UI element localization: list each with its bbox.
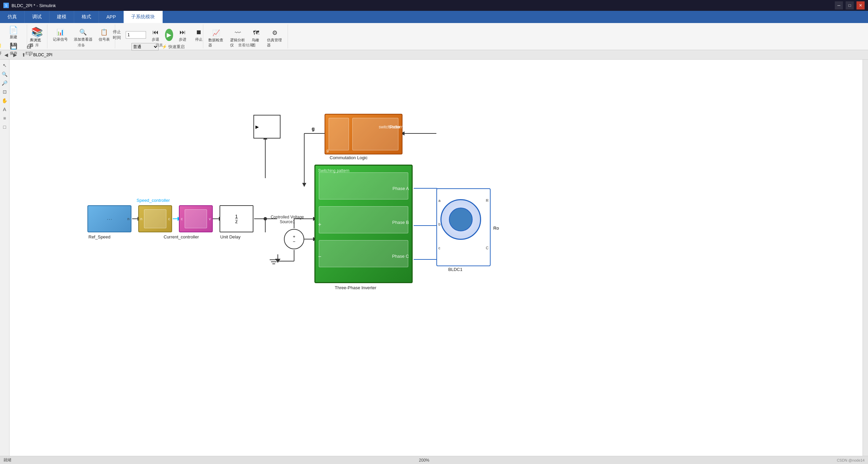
zoom-out-tool[interactable]: 🔎 xyxy=(1,79,8,87)
new-button[interactable]: 📄 新建 xyxy=(7,25,19,40)
svg-marker-16 xyxy=(302,183,306,187)
canvas-area[interactable]: Speed_controller n ··· Ref_Speed n c c v… xyxy=(9,60,863,456)
status-bar: 就绪 200% CSDN @node14 xyxy=(0,456,868,464)
status-left: 就绪 xyxy=(3,457,12,463)
ground-line-3 xyxy=(272,263,275,264)
current-controller-label: Current_controller xyxy=(164,234,199,239)
bldc-motor-symbol xyxy=(440,199,481,240)
maximize-button[interactable]: □ xyxy=(846,1,854,9)
close-button[interactable]: ✕ xyxy=(856,1,865,9)
select-tool[interactable]: ↖ xyxy=(1,62,8,69)
logic-icon: 〰 xyxy=(233,28,243,38)
sim-top-row: 停止时间 ⏮ 步退 ▶ ⏭ 步进 ⏹ 停止 xyxy=(113,26,206,43)
title-bar: S BLDC_2PI * - Simulink ─ □ ✕ xyxy=(0,0,868,11)
step-forward-icon: ⏭ xyxy=(178,27,187,37)
phase-b-label: Phase B xyxy=(392,220,409,225)
frac-numerator: 1 xyxy=(235,214,238,219)
ground-line-2 xyxy=(271,261,276,262)
curr-ctrl-in: c xyxy=(181,217,183,221)
sim-group-label: 仿真 xyxy=(115,43,203,48)
view-results-label: 查看结果 xyxy=(203,43,288,48)
menu-tab-format[interactable]: 格式 xyxy=(74,11,99,23)
step-back-icon: ⏮ xyxy=(151,27,160,37)
menu-tab-subsystem[interactable]: 子系统模块 xyxy=(124,11,163,23)
window-controls: ─ □ ✕ xyxy=(835,1,865,9)
menu-tab-model[interactable]: 建模 xyxy=(49,11,74,23)
ref-speed-dots: ··· xyxy=(107,215,112,223)
menu-tab-sim[interactable]: 仿真 xyxy=(0,11,25,23)
sim-manager-icon: ⚙ xyxy=(270,28,280,38)
menu-tab-debug[interactable]: 调试 xyxy=(25,11,49,23)
minimize-button[interactable]: ─ xyxy=(835,1,843,9)
display-block[interactable]: ▶ xyxy=(253,115,281,139)
bldc-port-a: a xyxy=(438,198,440,203)
status-right: CSDN @node14 xyxy=(837,458,865,462)
toolbar-new-row: 📄 新建 xyxy=(7,25,19,40)
curr-ctrl-inner xyxy=(185,209,207,228)
data-checker-icon: 📈 xyxy=(211,28,221,38)
fit-view-tool[interactable]: ⊡ xyxy=(1,88,8,96)
toolbar: 📄 新建 📁 打开 💾 保存 🖨 打印 文件 📚 库浏览器 库 xyxy=(0,23,868,50)
menu-tab-app[interactable]: APP xyxy=(99,11,124,23)
pan-tool[interactable]: ✋ xyxy=(1,97,8,104)
record-signal-button[interactable]: 📊 记录信号 xyxy=(50,26,70,43)
ref-speed-port-n: n xyxy=(127,217,129,221)
step-back-button[interactable]: ⏮ 步退 xyxy=(149,26,162,43)
comm-logic-label: Commutation Logic xyxy=(330,155,368,160)
right-panel xyxy=(863,60,868,456)
switching-pattern-label: Switching pattern xyxy=(318,168,349,173)
library-icon: 📚 xyxy=(31,26,43,38)
ground-symbol xyxy=(270,259,278,264)
stop-time-input[interactable] xyxy=(126,31,146,39)
sum-signs: + − xyxy=(293,234,295,244)
g-port-label: g xyxy=(312,126,315,131)
commutation-logic-block[interactable]: g switchPattern Sector xyxy=(325,114,402,154)
ground-line-1 xyxy=(270,259,278,260)
inverter-label: Three-Phase Inverter xyxy=(335,285,376,290)
library-group-label: 库 xyxy=(27,43,47,48)
toolbar-analysis-group: 📈 数据检查器 〰 逻辑分析仪 🗺 鸟瞰图 ⚙ 仿真管理器 查看结果 xyxy=(203,24,288,48)
rect-tool[interactable]: □ xyxy=(1,123,8,131)
comm-inner-2 xyxy=(352,118,398,150)
phase-c-label: Phase C xyxy=(392,254,409,259)
status-center: 200% xyxy=(12,458,837,463)
inverter-block[interactable]: Switching pattern Phase A Phase B Phase … xyxy=(314,165,413,283)
annotation-tool[interactable]: ≡ xyxy=(1,114,8,122)
add-checker-button[interactable]: 🔍 添加查看器 xyxy=(71,26,95,43)
add-checker-icon: 🔍 xyxy=(78,27,88,37)
unit-delay-fraction: 1 z xyxy=(235,214,238,224)
signal-table-button[interactable]: 📋 信号表 xyxy=(96,26,112,43)
new-icon: 📄 xyxy=(9,26,18,35)
minus-sign: − xyxy=(318,254,321,260)
current-controller-block[interactable]: c v xyxy=(179,205,213,232)
prepare-row: 📊 记录信号 🔍 添加查看器 📋 信号表 xyxy=(50,26,112,43)
wiring-svg xyxy=(9,60,863,456)
comm-inner-1 xyxy=(329,118,349,150)
plus-sign-sum: + xyxy=(293,234,295,239)
zoom-in-tool[interactable]: 🔍 xyxy=(1,70,8,78)
bldc-port-b: b xyxy=(438,222,440,226)
bldc-block[interactable]: a b c R C xyxy=(436,188,491,266)
ref-speed-label: Ref_Speed xyxy=(88,234,110,239)
signal-icon: 📋 xyxy=(99,27,109,37)
step-forward-button[interactable]: ⏭ 步进 xyxy=(176,26,189,43)
speed-ctrl-out: c xyxy=(168,217,170,221)
new-label: 新建 xyxy=(10,35,17,40)
sector-label: Sector xyxy=(389,125,400,129)
bldc-port-c2: C xyxy=(486,246,489,250)
curr-ctrl-out: v xyxy=(209,217,211,221)
stop-icon: ⏹ xyxy=(194,27,204,37)
plus-sign: + xyxy=(318,222,321,228)
text-tool[interactable]: A xyxy=(1,106,8,113)
stop-time-label: 停止时间 xyxy=(113,29,123,41)
speed-controller-block[interactable]: n c xyxy=(138,205,172,232)
bldc-rotor xyxy=(449,208,473,231)
speed-ctrl-in: n xyxy=(140,217,142,221)
sum-block[interactable]: + − xyxy=(284,229,304,249)
record-icon: 📊 xyxy=(56,27,65,37)
frac-denominator: z xyxy=(235,219,238,224)
unit-delay-block[interactable]: 1 z xyxy=(220,205,253,232)
ref-speed-block[interactable]: n ··· xyxy=(87,205,131,232)
bldc-port-r: R xyxy=(486,198,489,203)
run-button[interactable]: ▶ xyxy=(165,29,173,41)
